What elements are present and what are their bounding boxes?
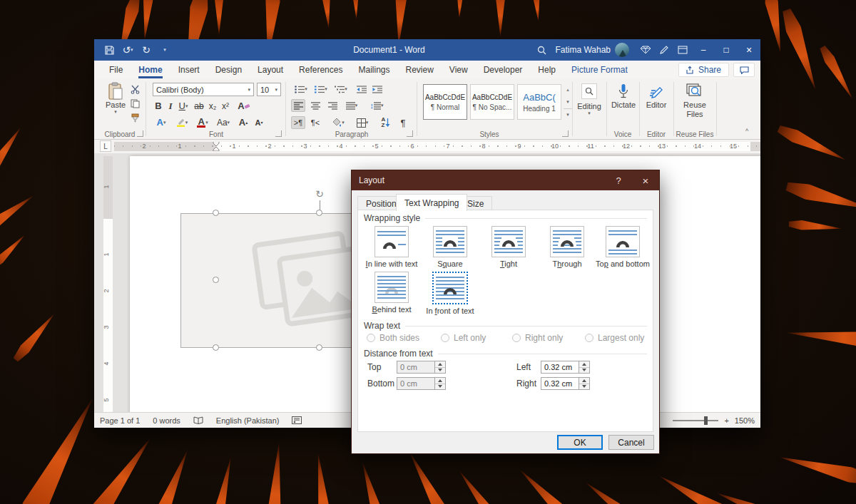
font-dialog-launcher[interactable] xyxy=(275,130,282,137)
shading-button[interactable]: ▾ xyxy=(328,116,348,129)
distance-bottom-input[interactable]: 0 cm xyxy=(397,377,435,390)
zoom-slider-handle[interactable] xyxy=(704,416,708,425)
multilevel-list-button[interactable]: ▾ xyxy=(332,83,350,95)
indent-markers[interactable] xyxy=(212,142,220,151)
wrap-option-square[interactable]: Square xyxy=(417,226,483,268)
wrap-option-through[interactable]: Through xyxy=(534,226,600,268)
resize-handle-top-middle[interactable] xyxy=(316,210,322,216)
dialog-help-button[interactable]: ? xyxy=(605,170,632,190)
redo-button[interactable]: ↻ xyxy=(137,39,156,61)
search-icon[interactable] xyxy=(532,39,551,61)
tab-help[interactable]: Help xyxy=(530,61,564,78)
highlight-color-button[interactable]: ▾ xyxy=(173,116,191,128)
radio-largest-only[interactable]: Largest only xyxy=(585,333,644,343)
tab-stop-selector[interactable]: L xyxy=(100,140,111,152)
tab-references[interactable]: References xyxy=(291,61,350,78)
tab-home[interactable]: Home xyxy=(131,61,170,78)
styles-scroll-up[interactable]: ▴ xyxy=(564,84,572,96)
distance-right-spinner[interactable] xyxy=(579,377,590,390)
distance-bottom-spinner[interactable] xyxy=(435,377,446,390)
rewards-icon[interactable] xyxy=(636,39,655,61)
word-count[interactable]: 0 words xyxy=(153,416,180,425)
font-name-combobox[interactable]: Calibri (Body)▾ xyxy=(153,83,254,96)
format-painter-button[interactable] xyxy=(128,112,141,123)
underline-button[interactable]: U▾ xyxy=(175,100,191,112)
align-center-button[interactable] xyxy=(308,99,322,112)
zoom-level[interactable]: 150% xyxy=(735,416,755,425)
tab-picture-format[interactable]: Picture Format xyxy=(564,61,636,78)
wrap-option-inline[interactable]: In line with text xyxy=(359,226,424,268)
rotation-handle[interactable]: ↻ xyxy=(314,188,325,200)
cut-button[interactable] xyxy=(128,83,141,95)
distance-left-input[interactable]: 0.32 cm xyxy=(541,361,579,374)
radio-right-only[interactable]: Right only xyxy=(512,333,563,343)
tab-design[interactable]: Design xyxy=(208,61,250,78)
clear-formatting-button[interactable]: A xyxy=(237,100,251,112)
line-spacing-button[interactable]: ↕ ▾ xyxy=(367,99,387,112)
comments-button[interactable] xyxy=(733,63,755,77)
shrink-font-button[interactable]: A▾ xyxy=(253,116,265,128)
editing-button[interactable]: Editing ▾ xyxy=(574,83,605,116)
undo-button[interactable]: ↺▾ xyxy=(118,39,137,61)
wrap-option-tight[interactable]: Tight xyxy=(476,226,541,268)
resize-handle-bottom-middle[interactable] xyxy=(316,344,322,351)
superscript-button[interactable]: x² xyxy=(220,100,231,112)
paragraph-dialog-launcher[interactable] xyxy=(407,130,413,137)
reuse-files-button[interactable]: Reuse Files xyxy=(675,83,715,118)
tab-layout[interactable]: Layout xyxy=(250,61,291,78)
italic-button[interactable]: I xyxy=(165,100,175,112)
styles-dialog-launcher[interactable] xyxy=(562,130,569,137)
align-left-button[interactable] xyxy=(291,99,305,112)
strikethrough-button[interactable]: ab xyxy=(193,100,205,112)
ok-button[interactable]: OK xyxy=(557,435,603,450)
wrap-option-behind[interactable]: Behind text xyxy=(359,272,424,314)
distance-left-spinner[interactable] xyxy=(579,361,590,374)
maximize-button[interactable]: □ xyxy=(715,39,738,61)
decrease-indent-button[interactable] xyxy=(355,83,368,95)
close-button[interactable]: × xyxy=(738,39,760,61)
paste-button[interactable]: Paste ▾ xyxy=(103,82,128,115)
tab-developer[interactable]: Developer xyxy=(476,61,531,78)
radio-left-only[interactable]: Left only xyxy=(441,333,486,343)
borders-button[interactable]: ▾ xyxy=(352,116,372,129)
rtl-paragraph-button[interactable]: ¶< xyxy=(308,116,322,129)
cancel-button[interactable]: Cancel xyxy=(608,435,654,450)
dialog-tab-text-wrapping[interactable]: Text Wrapping xyxy=(396,194,467,211)
resize-handle-middle-left[interactable] xyxy=(213,277,219,283)
page-indicator[interactable]: Page 1 of 1 xyxy=(100,416,140,425)
increase-indent-button[interactable] xyxy=(371,83,384,95)
editor-button[interactable]: Editor xyxy=(641,83,672,109)
change-case-button[interactable]: Aa▾ xyxy=(214,116,233,128)
styles-gallery-more[interactable]: ▾ xyxy=(564,108,572,120)
share-button[interactable]: Share xyxy=(678,63,729,77)
numbering-button[interactable]: ▾ xyxy=(312,83,330,95)
zoom-in-button[interactable]: + xyxy=(724,416,728,425)
ink-pen-icon[interactable] xyxy=(655,39,673,61)
font-color-button[interactable]: A▾ xyxy=(194,116,211,128)
distance-top-spinner[interactable] xyxy=(435,361,446,374)
vertical-ruler[interactable]: 112345 xyxy=(103,156,113,412)
resize-handle-top-left[interactable] xyxy=(213,210,219,216)
subscript-button[interactable]: x₂ xyxy=(207,100,218,112)
align-right-button[interactable] xyxy=(325,99,340,112)
style-normal[interactable]: AaBbCcDdE ¶ Normal xyxy=(423,84,467,120)
tab-view[interactable]: View xyxy=(442,61,476,78)
bold-button[interactable]: B xyxy=(153,100,164,112)
language-indicator[interactable]: English (Pakistan) xyxy=(216,416,280,425)
quick-access-toolbar-menu[interactable]: ▾ xyxy=(156,39,174,61)
ltr-paragraph-button[interactable]: >¶ xyxy=(291,116,305,129)
bullets-button[interactable]: ▾ xyxy=(292,83,310,95)
style-heading1[interactable]: AaBbC( Heading 1 xyxy=(517,84,561,120)
collapse-ribbon-button[interactable]: ^ xyxy=(740,126,753,136)
style-no-spacing[interactable]: AaBbCcDdE ¶ No Spac... xyxy=(470,84,514,120)
dictate-button[interactable]: Dictate xyxy=(608,83,639,109)
macro-record-icon[interactable] xyxy=(292,416,302,424)
tab-file[interactable]: File xyxy=(101,61,131,78)
clipboard-dialog-launcher[interactable] xyxy=(137,130,143,137)
text-effects-button[interactable]: A▾ xyxy=(153,116,170,128)
distance-top-input[interactable]: 0 cm xyxy=(397,361,435,374)
dialog-close-button[interactable]: × xyxy=(632,170,659,190)
distance-right-input[interactable]: 0.32 cm xyxy=(541,377,579,390)
radio-both-sides[interactable]: Both sides xyxy=(367,333,419,343)
tab-review[interactable]: Review xyxy=(397,61,441,78)
